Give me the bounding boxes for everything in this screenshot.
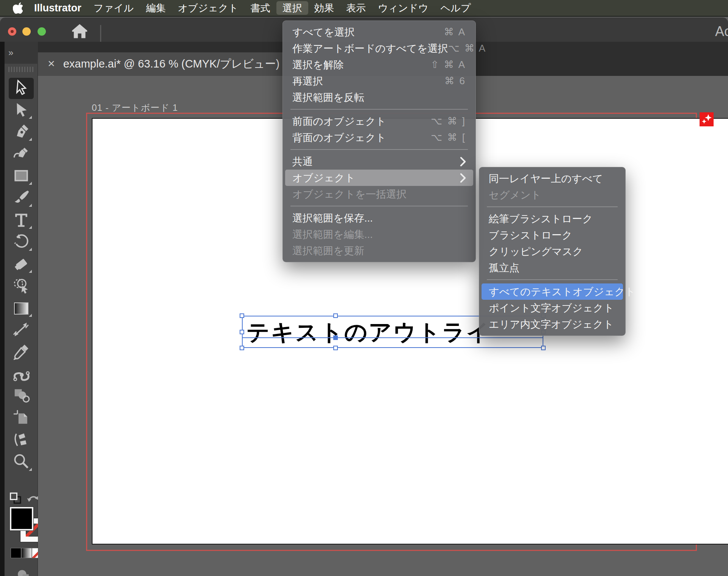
fill-color-swatch[interactable]	[10, 507, 33, 530]
menu-item-label: 選択を解除	[292, 58, 344, 72]
pen-tool[interactable]	[9, 122, 34, 143]
blend-tool[interactable]	[9, 386, 34, 407]
puppet-warp-tool-icon	[13, 365, 30, 384]
type-tool[interactable]	[9, 210, 34, 231]
menu-item: セグメント	[482, 187, 623, 203]
draw-mode-icon[interactable]	[16, 568, 31, 576]
menu-item[interactable]: 絵筆ブラシストローク	[482, 211, 623, 227]
menu-item[interactable]: 再選択⌘ 6	[285, 73, 473, 89]
eyedropper-tool[interactable]	[9, 342, 34, 363]
blend-tool-icon	[13, 387, 30, 406]
menu-item-label: すべてのテキストオブジェクト	[489, 285, 635, 299]
menu-item-label: 同一レイヤー上のすべて	[489, 172, 603, 186]
menubar-item[interactable]: オブジェクト	[172, 1, 245, 15]
gradient-tool-icon	[14, 302, 28, 315]
zoom-tool[interactable]	[9, 452, 34, 473]
free-transform-tool-icon	[13, 431, 30, 450]
menu-item[interactable]: すべてを選択⌘ A	[285, 24, 473, 40]
menu-separator	[487, 279, 618, 280]
selection-tool-icon	[13, 79, 30, 98]
titlebar-divider	[100, 25, 101, 42]
menubar-item[interactable]: 書式	[245, 1, 276, 15]
menu-item-label: ブラシストローク	[489, 228, 572, 242]
menu-item[interactable]: オブジェクト	[285, 170, 473, 186]
menu-item[interactable]: ポイント文字オブジェクト	[482, 300, 623, 316]
menubar-item[interactable]: 表示	[340, 1, 372, 15]
shape-builder-tool[interactable]	[9, 276, 34, 297]
menu-item[interactable]: 選択範囲を反転	[285, 89, 473, 105]
menubar-item[interactable]: 編集	[140, 1, 172, 15]
eraser-tool-icon	[13, 255, 30, 274]
puppet-warp-tool[interactable]	[9, 364, 34, 385]
menu-item[interactable]: エリア内文字オブジェクト	[482, 316, 623, 332]
rotate-tool[interactable]	[9, 232, 34, 253]
menu-item-label: 絵筆ブラシストローク	[489, 212, 593, 226]
selection-handle[interactable]	[333, 346, 338, 350]
rectangle-tool[interactable]	[9, 166, 34, 187]
menu-separator	[487, 206, 618, 207]
color-button[interactable]	[11, 548, 21, 558]
menu-item-shortcut: ⌘ 6	[444, 75, 466, 87]
menu-separator	[290, 109, 468, 110]
menu-item[interactable]: 前面のオブジェクト⌥ ⌘ ]	[285, 113, 473, 129]
gradient-tool[interactable]	[9, 298, 34, 319]
menu-item-label: オブジェクト	[292, 171, 355, 185]
menu-item-shortcut: ⌥ ⌘ [	[431, 132, 466, 143]
curvature-tool[interactable]	[9, 144, 34, 165]
home-button[interactable]	[70, 23, 89, 39]
menu-item-label: エリア内文字オブジェクト	[489, 318, 614, 331]
selection-center-handle[interactable]	[333, 335, 338, 340]
panel-grip-icon[interactable]	[8, 67, 34, 72]
menubar-item[interactable]: ウィンドウ	[372, 1, 435, 15]
menu-item[interactable]: クリッピングマスク	[482, 243, 623, 260]
document-tab[interactable]: × example.ai* @ 63.16 % (CMYK/プレビュー)	[38, 52, 282, 76]
apple-menu-icon[interactable]	[8, 2, 28, 14]
menubar-item[interactable]: 選択	[276, 1, 308, 15]
menu-item[interactable]: 選択範囲を保存...	[285, 210, 473, 226]
menu-item-shortcut: ⌘ A	[444, 26, 466, 38]
rotate-tool-icon	[13, 233, 30, 252]
zoom-window-button[interactable]	[38, 27, 46, 36]
menu-item[interactable]: 背面のオブジェクト⌥ ⌘ [	[285, 129, 473, 146]
close-window-button[interactable]	[8, 27, 16, 36]
menubar-item[interactable]: ファイル	[88, 1, 140, 15]
artboard-tool[interactable]	[9, 408, 34, 429]
shape-builder-tool-icon	[13, 277, 30, 296]
artboard-label[interactable]: 01 - アートボード 1	[92, 102, 178, 114]
width-tool[interactable]	[9, 320, 34, 341]
menu-item[interactable]: 作業アートボードのすべてを選択⌥ ⌘ A	[285, 40, 473, 57]
selection-handle[interactable]	[240, 330, 244, 334]
eraser-tool[interactable]	[9, 254, 34, 275]
menu-item[interactable]: 同一レイヤー上のすべて	[482, 170, 623, 187]
menubar-item[interactable]: ヘルプ	[435, 1, 477, 15]
toolbar-expand-header[interactable]: »	[5, 42, 38, 64]
menu-item-shortcut: ⌥ ⌘ A	[448, 42, 486, 54]
menu-item-label: 選択範囲を保存...	[292, 211, 373, 225]
menu-item[interactable]: 孤立点	[482, 260, 623, 276]
menu-item[interactable]: 共通	[285, 153, 473, 170]
zoom-tool-icon	[13, 453, 30, 472]
menu-separator	[290, 149, 468, 150]
minimize-window-button[interactable]	[22, 27, 31, 36]
menubar-item[interactable]: 効果	[308, 1, 340, 15]
selection-handle[interactable]	[333, 313, 338, 318]
menu-item[interactable]: ブラシストローク	[482, 227, 623, 243]
chevron-right-icon	[460, 173, 466, 183]
menu-separator	[290, 206, 468, 206]
selection-handle[interactable]	[240, 346, 244, 350]
menu-item-label: 作業アートボードのすべてを選択	[292, 42, 448, 55]
menu-item[interactable]: 選択を解除⇧ ⌘ A	[285, 57, 473, 73]
annotation-badge	[700, 112, 714, 126]
menu-item: オブジェクトを一括選択	[285, 186, 473, 202]
menubar-item[interactable]: Illustrator	[28, 1, 88, 15]
gradient-button[interactable]	[21, 548, 32, 558]
selection-tool[interactable]	[9, 78, 34, 99]
paintbrush-tool[interactable]	[9, 188, 34, 209]
direct-selection-tool[interactable]	[9, 100, 34, 121]
selection-handle[interactable]	[240, 313, 244, 318]
menu-item[interactable]: すべてのテキストオブジェクト	[482, 283, 623, 300]
fill-stroke-mini-icon[interactable]	[9, 492, 23, 507]
close-tab-icon[interactable]: ×	[38, 57, 63, 72]
free-transform-tool[interactable]	[9, 430, 34, 451]
selection-handle[interactable]	[541, 346, 546, 350]
